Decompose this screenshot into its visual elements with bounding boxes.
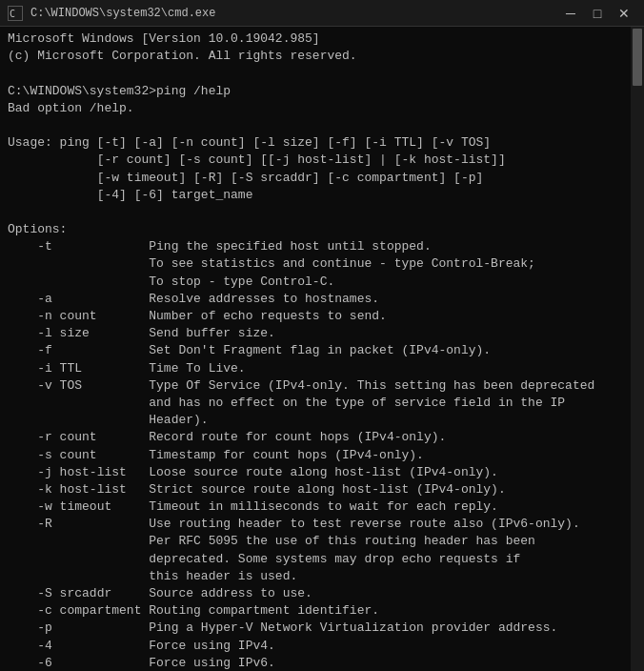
terminal-line: Microsoft Windows [Version 10.0.19042.98… <box>8 30 623 48</box>
terminal-line: -v TOS Type Of Service (IPv4-only. This … <box>8 377 623 395</box>
cmd-icon: C <box>8 6 23 21</box>
terminal-line: Options: <box>8 221 623 238</box>
svg-text:C: C <box>10 9 15 19</box>
terminal-line: Usage: ping [-t] [-a] [-n count] [-l siz… <box>8 134 623 152</box>
terminal-line: -4 Force using IPv4. <box>8 638 623 655</box>
terminal-line: this header is used. <box>8 568 623 585</box>
terminal-line: [-4] [-6] target_name <box>8 187 623 204</box>
terminal-line: (c) Microsoft Corporation. All rights re… <box>8 48 623 65</box>
terminal-line <box>8 204 623 221</box>
content-area: Microsoft Windows [Version 10.0.19042.98… <box>0 27 644 671</box>
terminal-line: -w timeout Timeout in milliseconds to wa… <box>8 498 623 516</box>
terminal-line: -p Ping a Hyper-V Network Virtualization… <box>8 620 623 637</box>
titlebar: C C:\WINDOWS\system32\cmd.exe ─ □ ✕ <box>0 0 644 27</box>
terminal-line: -f Set Don't Fragment flag in packet (IP… <box>8 342 623 359</box>
terminal-line: [-r count] [-s count] [[-j host-list] | … <box>8 152 623 169</box>
terminal-line: C:\WINDOWS\system32>ping /help <box>8 83 623 100</box>
terminal-line: -l size Send buffer size. <box>8 325 623 342</box>
minimize-button[interactable]: ─ <box>558 3 583 24</box>
terminal-line: Bad option /help. <box>8 100 623 117</box>
terminal-line: -n count Number of echo requests to send… <box>8 308 623 325</box>
terminal[interactable]: Microsoft Windows [Version 10.0.19042.98… <box>0 27 631 671</box>
terminal-line <box>8 117 623 134</box>
terminal-line: -i TTL Time To Live. <box>8 360 623 377</box>
close-button[interactable]: ✕ <box>612 3 636 24</box>
terminal-line: -r count Record route for count hops (IP… <box>8 429 623 446</box>
terminal-line: Header). <box>8 412 623 429</box>
terminal-line: Per RFC 5095 the use of this routing hea… <box>8 533 623 550</box>
terminal-line: -s count Timestamp for count hops (IPv4-… <box>8 447 623 464</box>
terminal-line: -S srcaddr Source address to use. <box>8 585 623 602</box>
terminal-line: -k host-list Strict source route along h… <box>8 481 623 498</box>
terminal-line: and has no effect on the type of service… <box>8 395 623 412</box>
cmd-window: C C:\WINDOWS\system32\cmd.exe ─ □ ✕ Micr… <box>0 0 644 671</box>
maximize-button[interactable]: □ <box>585 3 610 24</box>
scrollbar-thumb[interactable] <box>633 29 642 86</box>
terminal-line: -j host-list Loose source route along ho… <box>8 464 623 481</box>
terminal-line: To see statistics and continue - type Co… <box>8 255 623 273</box>
terminal-line: -a Resolve addresses to hostnames. <box>8 291 623 308</box>
terminal-line: [-w timeout] [-R] [-S srcaddr] [-c compa… <box>8 170 623 187</box>
terminal-line: -6 Force using IPv6. <box>8 655 623 671</box>
scrollbar[interactable] <box>631 27 644 671</box>
titlebar-controls: ─ □ ✕ <box>558 3 636 24</box>
terminal-line: deprecated. Some systems may drop echo r… <box>8 551 623 568</box>
terminal-line: -t Ping the specified host until stopped… <box>8 238 623 255</box>
terminal-line: -c compartment Routing compartment ident… <box>8 602 623 620</box>
terminal-line: -R Use routing header to test reverse ro… <box>8 516 623 533</box>
terminal-line: To stop - type Control-C. <box>8 274 623 291</box>
titlebar-left: C C:\WINDOWS\system32\cmd.exe <box>8 6 215 21</box>
terminal-line <box>8 65 623 82</box>
titlebar-title: C:\WINDOWS\system32\cmd.exe <box>30 7 215 20</box>
